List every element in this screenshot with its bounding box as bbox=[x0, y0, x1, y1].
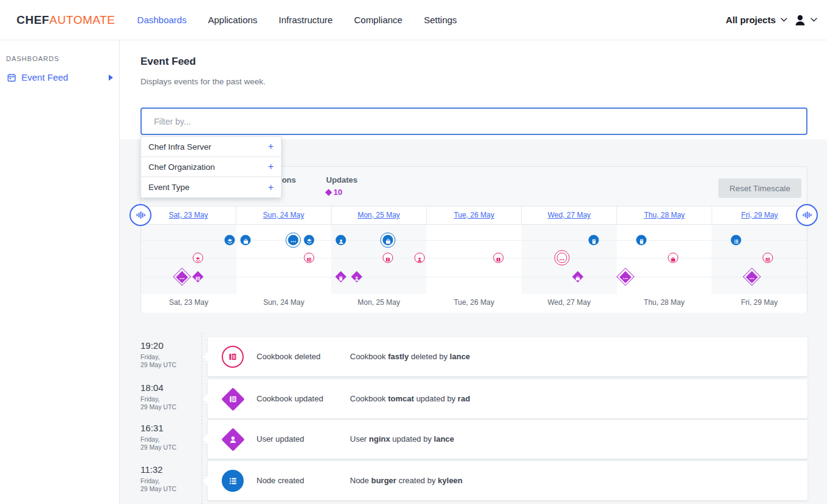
projects-filter-dropdown[interactable]: All projects bbox=[726, 15, 787, 25]
event-time: 18:04 Friday,29 May UTC bbox=[140, 382, 199, 411]
day-header-link[interactable]: Wed, 27 May bbox=[548, 211, 591, 219]
day-header-link[interactable]: Thu, 28 May bbox=[644, 211, 685, 219]
timeline-event-created-layers-icon[interactable] bbox=[225, 235, 235, 246]
brand-automate: AUTOMATE bbox=[49, 13, 115, 26]
gridline-deleted bbox=[141, 258, 807, 258]
user-menu[interactable] bbox=[793, 13, 817, 27]
day-footer-label: Tue, 26 May bbox=[426, 294, 522, 313]
timeline-event-deleted-bag-icon[interactable] bbox=[668, 253, 679, 263]
timeline-event-updated-doc-icon[interactable] bbox=[337, 273, 345, 281]
sidebar-item-expand-arrow-icon[interactable] bbox=[109, 75, 113, 81]
timeline-icon-area bbox=[141, 225, 807, 294]
timeline-event-created-doc-icon[interactable] bbox=[589, 235, 599, 246]
timeline-event-updated-dots-icon[interactable] bbox=[746, 271, 759, 283]
event-description: Cookbook tomcat updated by rad bbox=[350, 394, 470, 403]
page-subtitle: Displays events for the past week. bbox=[140, 77, 266, 86]
event-time-value: 19:20 bbox=[140, 340, 199, 351]
filter-category-label: Event Type bbox=[148, 183, 189, 192]
event-card-node-created: Node created Node burger created by kyle… bbox=[208, 461, 807, 500]
timeline-event-updated-book-icon[interactable] bbox=[194, 273, 202, 281]
timeline-event-deleted-book-icon[interactable] bbox=[304, 253, 315, 263]
timeline-event-deleted-badge-icon[interactable] bbox=[383, 253, 393, 263]
day-footer-label: Sat, 23 May bbox=[141, 294, 236, 313]
timeline-event-updated-dots-icon[interactable] bbox=[176, 271, 189, 283]
gridline-updated bbox=[141, 277, 807, 277]
nav-item-applications[interactable]: Applications bbox=[208, 15, 257, 25]
day-header-cell: Fri, 29 May bbox=[712, 206, 807, 224]
sidebar-item-event-feed[interactable]: Event Feed bbox=[7, 72, 113, 82]
user-avatar-icon bbox=[793, 13, 807, 27]
day-footer-label: Sun, 24 May bbox=[236, 294, 332, 313]
chef-automate-logo[interactable]: CHEFAUTOMATE bbox=[16, 13, 115, 27]
event-card-cookbook-deleted: Cookbook deleted Cookbook fastly deleted… bbox=[208, 337, 807, 376]
day-header-link[interactable]: Mon, 25 May bbox=[357, 211, 399, 219]
event-description: User nginx updated by lance bbox=[350, 434, 454, 444]
timeline-event-created-dots-icon[interactable] bbox=[286, 233, 301, 248]
day-header-link[interactable]: Tue, 26 May bbox=[454, 211, 494, 219]
nav-item-settings[interactable]: Settings bbox=[424, 15, 457, 25]
timeline-event-deleted-dots-icon[interactable] bbox=[555, 250, 570, 266]
event-actor: lance bbox=[450, 352, 470, 361]
nav-item-infrastructure[interactable]: Infrastructure bbox=[279, 15, 332, 25]
timeline-event-updated-bag-icon[interactable] bbox=[574, 273, 582, 281]
chevron-down-icon bbox=[781, 18, 787, 22]
event-time-date: Friday,29 May UTC bbox=[140, 436, 199, 451]
timeline-event-created-bag-icon[interactable] bbox=[241, 235, 251, 246]
event-subject: burger bbox=[371, 476, 396, 485]
event-card-user-updated: User updated User nginx updated by lance bbox=[208, 420, 807, 459]
timeline-event-updated-dots-icon[interactable] bbox=[619, 271, 632, 283]
brand-chef: CHEF bbox=[16, 13, 49, 26]
event-time: 19:20 Friday,29 May UTC bbox=[140, 340, 199, 369]
filter-category-event-type[interactable]: Event Type + bbox=[141, 177, 281, 197]
day-header-link[interactable]: Fri, 29 May bbox=[741, 211, 778, 219]
timeline-handle-left[interactable] bbox=[129, 204, 151, 226]
timeline-event-deleted-book-icon[interactable] bbox=[763, 253, 773, 263]
stat-updates: Updates 10 bbox=[326, 175, 357, 197]
event-subject: nginx bbox=[369, 434, 390, 444]
timeline-event-created-layers-icon[interactable] bbox=[304, 235, 315, 246]
timeline-event-created-list-icon[interactable] bbox=[731, 235, 741, 246]
event-time-value: 11:32 bbox=[140, 464, 199, 475]
stat-count: 10 bbox=[326, 188, 357, 197]
event-title: Cookbook updated bbox=[257, 394, 323, 403]
day-header-link[interactable]: Sun, 24 May bbox=[263, 211, 304, 219]
timeline-event-created-person-icon[interactable] bbox=[336, 235, 346, 246]
diamond-icon bbox=[325, 189, 332, 195]
projects-filter-label: All projects bbox=[726, 15, 776, 25]
nav-item-compliance[interactable]: Compliance bbox=[354, 15, 403, 25]
timeline-event-deleted-badge-icon[interactable] bbox=[494, 253, 504, 263]
event-time: 11:32 Friday,29 May UTC bbox=[140, 464, 199, 493]
event-actor: lance bbox=[434, 434, 454, 444]
top-nav: CHEFAUTOMATE DashboardsApplicationsInfra… bbox=[0, 0, 827, 40]
event-time: 16:31 Friday,29 May UTC bbox=[140, 423, 199, 451]
timeline-event-created-bag-icon[interactable] bbox=[381, 233, 396, 248]
day-header-cell: Tue, 26 May bbox=[426, 206, 522, 224]
event-updated-book-icon bbox=[222, 388, 244, 410]
timeline-event-created-doc-icon[interactable] bbox=[636, 235, 647, 246]
event-time-date: Friday,29 May UTC bbox=[140, 395, 199, 411]
plus-icon[interactable]: + bbox=[268, 142, 274, 152]
plus-icon[interactable]: + bbox=[268, 183, 274, 192]
timeline-event-deleted-layers-icon[interactable] bbox=[193, 253, 203, 263]
event-title: User updated bbox=[257, 434, 304, 444]
timeline-event-updated-person-icon[interactable] bbox=[353, 273, 361, 281]
day-footer-label: Wed, 27 May bbox=[522, 294, 617, 313]
timeline-handle-right[interactable] bbox=[796, 204, 818, 226]
stat-label: Updates bbox=[326, 175, 357, 184]
calendar-icon bbox=[7, 73, 16, 82]
event-time-date: Friday,29 May UTC bbox=[140, 477, 199, 493]
filter-category-chef-infra-server[interactable]: Chef Infra Server + bbox=[141, 137, 281, 157]
filter-category-label: Chef Infra Server bbox=[148, 142, 211, 152]
timeline-event-deleted-person-icon[interactable] bbox=[415, 253, 425, 263]
day-header-link[interactable]: Sat, 23 May bbox=[169, 211, 208, 219]
sidebar-section-title: DASHBOARDS bbox=[6, 55, 119, 62]
nav-item-dashboards[interactable]: Dashboards bbox=[137, 15, 187, 25]
reset-timescale-button[interactable]: Reset Timescale bbox=[718, 178, 801, 198]
filter-category-chef-organization[interactable]: Chef Organization + bbox=[141, 157, 281, 177]
event-card-cookbook-updated: Cookbook updated Cookbook tomcat updated… bbox=[208, 379, 807, 418]
page-title: Event Feed bbox=[140, 56, 196, 68]
plus-icon[interactable]: + bbox=[268, 162, 274, 172]
filter-input[interactable] bbox=[140, 108, 807, 135]
day-header-cell: Mon, 25 May bbox=[331, 206, 426, 224]
event-time-date: Friday,29 May UTC bbox=[140, 353, 199, 369]
